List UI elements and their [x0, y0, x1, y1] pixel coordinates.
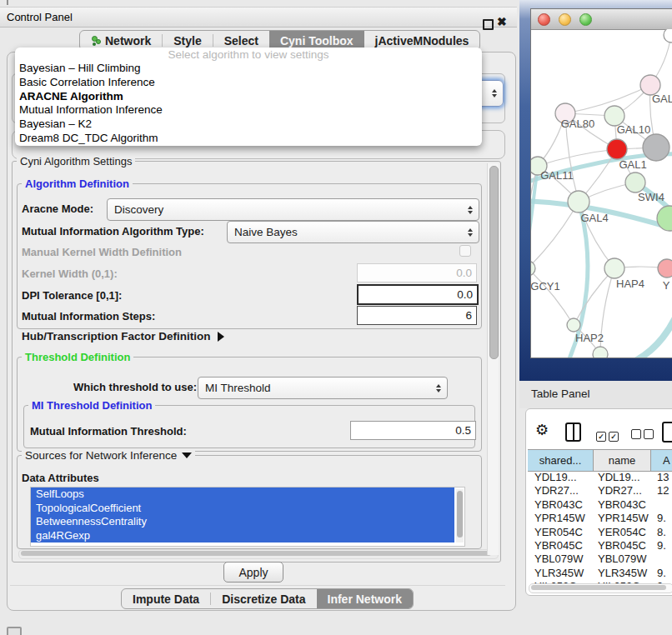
which-threshold-select[interactable]: MI Threshold — [198, 377, 448, 399]
mi-steps-label: Mutual Information Steps: — [22, 310, 155, 322]
node-gray-node[interactable] — [643, 134, 669, 161]
dropdown-item[interactable]: Dream8 DC_TDC Algorithm — [15, 132, 482, 146]
column-header[interactable]: A — [651, 450, 672, 471]
sources-toggle[interactable]: Sources for Network Inference — [22, 449, 195, 462]
window-edge-tick — [7, 0, 8, 5]
settings-horizontal-thumb[interactable] — [21, 551, 491, 556]
table-cell: YPR145W — [528, 512, 594, 525]
mi-algorithm-type-value: Naive Bayes — [234, 226, 298, 238]
attribute-item[interactable]: SelfLoops — [31, 488, 454, 502]
network-window-titlebar[interactable] — [531, 9, 672, 30]
table-row[interactable]: YLR345WYLR345W9. — [528, 567, 672, 580]
node-label-GAL4: GAL4 — [580, 212, 608, 224]
mi-algorithm-type-label: Mutual Information Algorithm Type: — [22, 225, 204, 238]
table-row[interactable]: YDL19...YDL19...13 — [528, 471, 672, 484]
network-icon — [91, 36, 101, 46]
mi-algorithm-type-select[interactable]: Naive Bayes — [227, 221, 479, 243]
dropdown-item[interactable]: Bayesian – K2 — [15, 118, 482, 132]
kernel-width-input[interactable]: 0.0 — [357, 263, 477, 282]
node-salmon-node[interactable] — [658, 259, 672, 278]
node-GAL1[interactable] — [607, 139, 627, 159]
node-top-white[interactable] — [664, 29, 672, 42]
table-horizontal-thumb[interactable] — [531, 585, 666, 590]
columns-icon[interactable] — [565, 422, 581, 442]
table-cell: YBR043C — [594, 498, 651, 512]
edge — [531, 202, 579, 268]
dpi-tolerance-input[interactable]: 0.0 — [357, 284, 479, 305]
settings-vertical-scrollbar[interactable] — [487, 163, 499, 555]
bottom-corner-icon[interactable] — [7, 627, 22, 635]
unchecked-filter-icon[interactable] — [631, 428, 656, 442]
gear-icon[interactable]: ⚙ — [535, 421, 549, 439]
float-window-icon[interactable] — [483, 19, 494, 30]
list-scrollbar-thumb[interactable] — [457, 491, 463, 538]
table-row[interactable]: YBL079WYBL079W — [528, 552, 672, 566]
algorithm-definition-title: Algorithm Definition — [22, 178, 133, 190]
node-label-GAL10: GAL10 — [617, 123, 650, 136]
settings-horizontal-scrollbar[interactable] — [18, 549, 499, 559]
tab-impute-data[interactable]: Impute Data — [122, 589, 210, 608]
table-header-row: shared...nameA — [528, 449, 672, 472]
tab-discretize-data[interactable]: Discretize Data — [211, 589, 316, 608]
table-row[interactable]: YDR27...YDR27...12 — [528, 484, 672, 498]
table-cell: YBL079W — [528, 552, 594, 566]
hub-definition-toggle[interactable]: Hub/Transcription Factor Definition — [22, 330, 224, 342]
hub-definition-label: Hub/Transcription Factor Definition — [22, 330, 211, 342]
which-threshold-value: MI Threshold — [205, 382, 271, 394]
attribute-item[interactable]: BetweennessCentrality — [31, 515, 454, 529]
tab-infer-network[interactable]: Infer Network — [317, 589, 413, 608]
apply-button[interactable]: Apply — [223, 562, 283, 582]
column-header[interactable]: shared... — [528, 450, 594, 471]
kernel-width-label: Kernel Width (0,1): — [22, 268, 118, 280]
close-icon[interactable]: ✖ — [497, 15, 507, 28]
node-bottom-node[interactable] — [593, 347, 608, 358]
node-HAP2[interactable] — [567, 318, 580, 332]
table-cell: 9. — [651, 539, 672, 552]
table-horizontal-scrollbar[interactable] — [529, 583, 672, 593]
aracne-mode-select[interactable]: Discovery — [107, 198, 479, 221]
node-big-green[interactable] — [657, 206, 672, 231]
table-row[interactable]: YBR045CYBR045C9. — [528, 539, 672, 552]
checked-filter-icon[interactable]: ✓✓ — [596, 428, 621, 442]
table-cell: YBL079W — [594, 552, 651, 566]
cyni-bottom-tabbar: Impute DataDiscretize DataInfer Network — [121, 588, 414, 609]
network-canvas[interactable]: GALGAL80GAL10GAL1GAL11SWI4GAL4GCY1HAP4YH… — [531, 29, 672, 358]
minimize-traffic-light-icon[interactable] — [559, 13, 571, 26]
list-scrollbar[interactable] — [456, 489, 464, 542]
dropdown-item[interactable]: Bayesian – Hill Climbing — [15, 62, 482, 76]
node-GAL4[interactable] — [568, 191, 589, 212]
data-attributes-list: SelfLoopsTopologicalCoefficientBetweenne… — [30, 487, 465, 547]
node-label-gal-pink: GAL — [652, 92, 672, 105]
node-SWI4[interactable] — [625, 172, 645, 192]
table-row[interactable]: YBR043CYBR043C — [528, 498, 672, 512]
table-row[interactable]: YER054CYER054C8. — [528, 526, 672, 539]
close-traffic-light-icon[interactable] — [538, 13, 550, 26]
mi-threshold-input[interactable]: 0.5 — [350, 421, 476, 440]
partial-toolbar-icon[interactable] — [662, 422, 672, 442]
tab-label: Discretize Data — [222, 592, 305, 606]
manual-kernel-checkbox[interactable] — [459, 245, 471, 257]
manual-kernel-label: Manual Kernel Width Definition — [22, 246, 182, 258]
node-HAP4[interactable] — [604, 258, 624, 278]
attribute-item[interactable]: gal4RGexp — [31, 529, 454, 543]
table-cell — [651, 498, 672, 512]
dropdown-item[interactable]: Basic Correlation Inference — [15, 76, 482, 90]
network-view-window[interactable]: GALGAL80GAL10GAL1GAL11SWI4GAL4GCY1HAP4YH… — [530, 8, 672, 358]
tab-label: Impute Data — [133, 592, 199, 606]
node-label-gcy1-node: GCY1 — [531, 280, 560, 292]
node-gcy1-node[interactable] — [531, 261, 535, 276]
node-label-HAP4: HAP4 — [616, 278, 644, 290]
table-cell: YPR145W — [594, 512, 651, 525]
data-attributes-label: Data Attributes — [22, 472, 99, 484]
table-cell: YDL19... — [594, 471, 651, 484]
mi-steps-input[interactable]: 6 — [357, 306, 477, 325]
dropdown-item[interactable]: ARACNE Algorithm — [15, 90, 482, 104]
table-panel: ⚙ ✓✓ shared...nameA YDL19...YDL19...13YD… — [525, 408, 672, 596]
table-cell: YER054C — [594, 526, 651, 539]
table-row[interactable]: YPR145WYPR145W9. — [528, 512, 672, 525]
dropdown-item[interactable]: Mutual Information Inference — [15, 103, 482, 118]
zoom-traffic-light-icon[interactable] — [579, 13, 592, 26]
attribute-item[interactable]: TopologicalCoefficient — [31, 502, 454, 516]
settings-vertical-thumb[interactable] — [489, 166, 499, 359]
column-header[interactable]: name — [594, 450, 651, 471]
